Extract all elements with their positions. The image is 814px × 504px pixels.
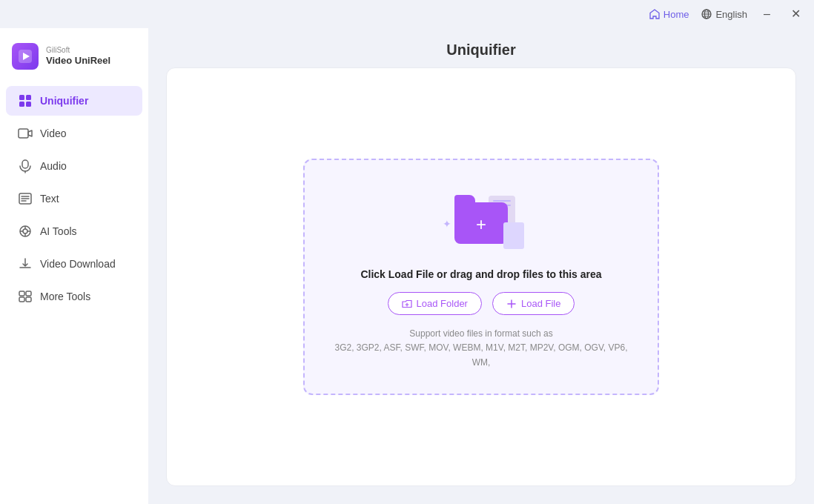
svg-rect-25 — [19, 291, 24, 296]
globe-icon — [701, 8, 712, 20]
logo-text: GiliSoft Video UniReel — [46, 46, 110, 67]
sidebar-item-ai-tools[interactable]: AI Tools — [6, 216, 142, 246]
support-text-line1: Support video files in format such as — [328, 327, 634, 341]
svg-rect-11 — [19, 129, 28, 138]
load-file-btn-icon — [506, 299, 517, 309]
support-text-line2: 3G2, 3GP2, ASF, SWF, MOV, WEBM, M1V, M2T… — [328, 341, 634, 369]
home-label: Home — [664, 9, 689, 20]
svg-rect-26 — [26, 291, 31, 296]
sidebar-item-label: Video — [40, 127, 67, 139]
text-icon — [18, 191, 33, 206]
folder-plus-icon: + — [476, 216, 486, 233]
load-file-button[interactable]: Load File — [492, 292, 575, 315]
sidebar-item-uniquifier[interactable]: Uniquifier — [6, 86, 142, 116]
load-folder-label: Load Folder — [417, 298, 468, 309]
logo-product: Video UniReel — [46, 55, 110, 67]
logo-icon — [12, 43, 39, 70]
svg-rect-8 — [26, 95, 31, 100]
drop-zone[interactable]: ✦ + Click Load File or drag and drop fil… — [303, 159, 659, 395]
folder-illustration: ✦ + — [437, 190, 526, 256]
svg-rect-9 — [19, 102, 24, 107]
sparkle-icon: ✦ — [443, 218, 451, 230]
sidebar-item-more-tools[interactable]: More Tools — [6, 282, 142, 311]
sidebar-item-label: Audio — [40, 160, 67, 172]
sidebar-item-audio[interactable]: Audio — [6, 151, 142, 181]
page-title: Uniquifier — [148, 28, 814, 67]
sidebar: GiliSoft Video UniReel Uniquifier Video — [0, 28, 148, 504]
sidebar-item-label: Text — [40, 193, 59, 205]
language-label: English — [715, 9, 747, 20]
app-body: GiliSoft Video UniReel Uniquifier Video — [0, 28, 814, 504]
titlebar-right: Home English – ✕ — [649, 7, 805, 21]
side-document-icon — [503, 222, 524, 249]
audio-icon — [18, 159, 33, 173]
language-button[interactable]: English — [701, 8, 747, 20]
svg-rect-10 — [26, 102, 31, 107]
content-area: Uniquifier ✦ + Click Load File or drag a… — [148, 28, 814, 504]
svg-rect-28 — [26, 297, 31, 302]
svg-point-20 — [23, 229, 27, 233]
sidebar-item-label: Video Download — [40, 258, 116, 270]
load-file-label: Load File — [521, 298, 560, 309]
video-icon — [18, 126, 33, 141]
video-download-icon — [18, 256, 33, 271]
sidebar-item-label: Uniquifier — [40, 95, 88, 107]
folder-main-icon: + — [454, 202, 508, 244]
sidebar-item-label: More Tools — [40, 291, 90, 302]
button-row: Load Folder Load File — [388, 292, 575, 315]
sidebar-item-video[interactable]: Video — [6, 119, 142, 148]
home-link[interactable]: Home — [649, 8, 689, 20]
ai-tools-icon — [18, 224, 33, 239]
sidebar-item-video-download[interactable]: Video Download — [6, 249, 142, 279]
uniquifier-icon — [18, 93, 33, 108]
app-logo: GiliSoft Video UniReel — [0, 34, 148, 84]
main-panel: ✦ + Click Load File or drag and drop fil… — [166, 67, 796, 486]
more-tools-icon — [18, 289, 33, 304]
svg-rect-27 — [19, 297, 24, 302]
support-text: Support video files in format such as 3G… — [328, 327, 634, 370]
sidebar-item-text[interactable]: Text — [6, 184, 142, 213]
titlebar: Home English – ✕ — [0, 0, 814, 28]
load-folder-button[interactable]: Load Folder — [388, 292, 482, 315]
close-button[interactable]: ✕ — [787, 7, 805, 21]
home-icon — [649, 8, 661, 20]
sidebar-item-label: AI Tools — [40, 225, 77, 237]
drop-instruction: Click Load File or drag and drop files t… — [360, 268, 601, 280]
load-folder-btn-icon — [402, 299, 412, 309]
svg-rect-13 — [22, 160, 28, 168]
svg-rect-7 — [19, 95, 24, 100]
logo-brand: GiliSoft — [46, 46, 110, 55]
minimize-button[interactable]: – — [759, 7, 775, 21]
svg-marker-12 — [28, 130, 32, 136]
